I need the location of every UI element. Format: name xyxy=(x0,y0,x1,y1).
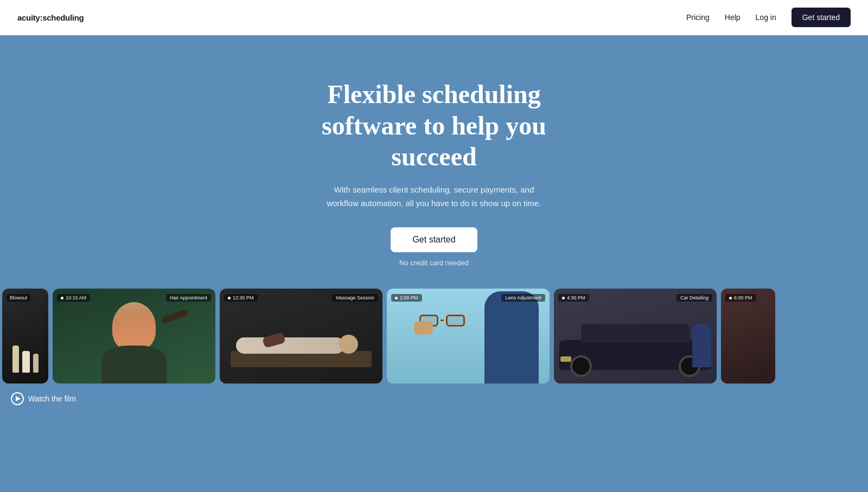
video-card-lens[interactable]: 2:00 PM Lens Adjustment xyxy=(387,289,550,384)
hero-bottom-space xyxy=(0,427,868,492)
play-icon xyxy=(16,396,21,401)
logo[interactable]: acuity:scheduling xyxy=(17,13,84,22)
nav-link-help[interactable]: Help xyxy=(725,13,741,22)
video-strip: Blowout 10:15 AM Hair Appointment xyxy=(0,289,868,384)
nav-get-started-button[interactable]: Get started xyxy=(792,8,851,27)
play-button[interactable] xyxy=(11,392,24,405)
massage-time-badge: 12:30 PM xyxy=(224,294,258,302)
lens-appt-badge: Lens Adjustment xyxy=(501,294,545,302)
last-time-badge: 6:00 PM xyxy=(725,294,756,302)
hero-get-started-button[interactable]: Get started xyxy=(391,227,477,252)
nav-right: Pricing Help Log in Get started xyxy=(686,8,851,27)
hair-appt-badge: Hair Appointment xyxy=(166,294,211,302)
hair-time-badge: 10:15 AM xyxy=(57,294,90,302)
video-card-blowout[interactable]: Blowout xyxy=(2,289,48,384)
nav-link-pricing[interactable]: Pricing xyxy=(686,13,710,22)
massage-appt-badge: Massage Session xyxy=(332,294,378,302)
car-time-badge: 4:30 PM xyxy=(558,294,589,302)
video-card-massage[interactable]: 12:30 PM Massage Session xyxy=(220,289,382,384)
video-card-last[interactable]: 6:00 PM xyxy=(721,289,775,384)
nav-link-login[interactable]: Log in xyxy=(756,13,776,22)
no-credit-card-text: No credit card needed xyxy=(399,259,469,267)
lens-time-badge: 2:00 PM xyxy=(391,294,422,302)
blowout-label: Blowout xyxy=(7,294,30,302)
hero-subtitle: With seamless client scheduling, secure … xyxy=(320,183,548,210)
video-card-car[interactable]: 4:30 PM Car Detailing xyxy=(554,289,717,384)
car-appt-badge: Car Detailing xyxy=(676,294,712,302)
navbar: acuity:scheduling Pricing Help Log in Ge… xyxy=(0,0,868,35)
video-card-hair[interactable]: 10:15 AM Hair Appointment xyxy=(53,289,215,384)
hero-content: Flexible scheduling software to help you… xyxy=(271,35,597,283)
hero-title: Flexible scheduling software to help you… xyxy=(282,79,586,172)
watch-film-section: Watch the film xyxy=(0,392,868,405)
watch-film-label[interactable]: Watch the film xyxy=(28,394,76,403)
hero-section: Flexible scheduling software to help you… xyxy=(0,0,868,492)
